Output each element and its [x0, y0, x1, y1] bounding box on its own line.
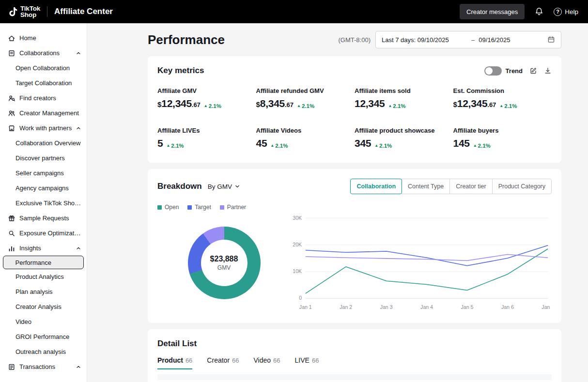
sidebar-item-exclusive-tiktok-shop[interactable]: Exclusive TikTok Shop ... [0, 196, 87, 211]
sidebar-item-label: GROI Performance [15, 333, 82, 340]
breakdown-tab-content-type[interactable]: Content Type [402, 179, 450, 194]
metric-value-main: 345 [355, 138, 371, 149]
tiktok-note-icon [7, 6, 18, 17]
sidebar-item-label: Agency campaigns [15, 184, 82, 192]
sidebar-item-label: Insights [19, 244, 75, 252]
breakdown-by-select[interactable]: By GMV [208, 183, 241, 190]
sidebar-item-creator-analysis[interactable]: Creator Analysis [0, 299, 87, 314]
sample-requests-icon [8, 214, 15, 222]
x-axis-tick: Jan 3 [380, 304, 393, 310]
metric-value-main: 12,345 [355, 98, 385, 109]
detail-list-card: Detail List Product66Creator66Video66LIV… [148, 329, 561, 382]
key-metrics-actions: Trend [484, 66, 552, 76]
sidebar-item-creator-management[interactable]: Creator Management [0, 106, 87, 121]
sidebar-item-home[interactable]: Home [0, 31, 87, 46]
chevron-down-icon [234, 183, 241, 190]
detail-tab-label: Product [157, 356, 183, 364]
breakdown-by-label: By GMV [208, 183, 232, 190]
breakdown-tab-creator-tier[interactable]: Creator tier [449, 179, 493, 194]
sidebar-item-insights[interactable]: Insights [0, 241, 87, 256]
trend-toggle[interactable] [484, 66, 502, 76]
chevron-up-icon [75, 245, 82, 252]
trend-toggle-label: Trend [506, 67, 523, 75]
sidebar-item-label: Sample Requests [19, 214, 82, 222]
breakdown-tab-product-category[interactable]: Product Category [492, 179, 552, 194]
sidebar-item-label: Find creators [19, 94, 82, 102]
detail-tab-product[interactable]: Product66 [157, 356, 192, 369]
timezone-label: (GMT-8:00) [339, 36, 371, 44]
help-button[interactable]: ? Help [554, 8, 578, 16]
sidebar-item-label: Open Collaboration [15, 64, 82, 72]
breakdown-tab-collaboration[interactable]: Collaboration [350, 179, 402, 194]
detail-list-title: Detail List [157, 339, 552, 349]
chevron-up-icon [75, 50, 82, 57]
top-bar: TikTok Shop Affiliate Center Creator mes… [0, 0, 588, 23]
sidebar-item-performance[interactable]: Performance [3, 256, 84, 269]
sidebar-item-collaboration-overview[interactable]: Collaboration Overview [0, 136, 87, 151]
legend-item-open: Open [157, 204, 179, 211]
tiktok-shop-logo[interactable]: TikTok Shop [7, 5, 40, 18]
creator-messages-button[interactable]: Creator messages [460, 4, 525, 19]
sidebar-item-open-collaboration[interactable]: Open Collaboration [0, 61, 87, 76]
sidebar-item-label: Product Analytics [15, 273, 82, 280]
metric-value-decimals: .67 [487, 101, 496, 108]
sidebar-item-collaborations[interactable]: Collaborations [0, 46, 87, 61]
sidebar-item-seller-campaigns[interactable]: Seller campaigns [0, 166, 87, 181]
y-axis-tick: 20K [293, 242, 302, 247]
metric-change-value: 2.1% [302, 103, 314, 109]
trend-up-icon: ▲ [499, 104, 503, 108]
sidebar-item-find-creators[interactable]: Find creators [0, 91, 87, 106]
sidebar-item-product-analytics[interactable]: Product Analytics [0, 269, 87, 284]
transactions-icon [8, 363, 15, 371]
sidebar-item-label: Collaborations [19, 49, 75, 57]
notification-bell-icon[interactable] [534, 7, 544, 16]
legend-swatch [187, 205, 192, 210]
logo-text: TikTok Shop [20, 5, 40, 18]
metric-affiliate-product-showcase: Affiliate product showcase345▲2.1% [355, 127, 453, 149]
sidebar-item-target-collaboration[interactable]: Target Collaboration [0, 76, 87, 91]
legend-swatch [157, 205, 162, 210]
line-chart-wrap: 010K20K30KJan 1Jan 2Jan 3Jan 4Jan 5Jan 6… [291, 213, 552, 313]
donut-center-label: $23,888 GMV [201, 240, 248, 286]
help-icon: ? [554, 8, 562, 16]
sidebar-item-groi-performance[interactable]: GROI Performance [0, 329, 87, 344]
key-metrics-grid: Affiliate GMV$12,345.67▲2.1%Affiliate re… [157, 87, 552, 149]
app-root: TikTok Shop Affiliate Center Creator mes… [0, 0, 588, 382]
metric-affiliate-gmv: Affiliate GMV$12,345.67▲2.1% [157, 87, 256, 109]
detail-tab-video[interactable]: Video66 [254, 356, 280, 369]
metric-change: ▲2.1% [499, 103, 517, 109]
detail-tab-creator[interactable]: Creator66 [207, 356, 239, 369]
metric-label: Affiliate product showcase [355, 127, 453, 134]
sidebar-item-outreach-analysis[interactable]: Outreach analysis [0, 344, 87, 359]
sidebar-item-agency-campaigns[interactable]: Agency campaigns [0, 181, 87, 196]
detail-tab-live[interactable]: LIVE66 [295, 356, 319, 369]
metric-label: Affiliate Videos [256, 127, 355, 134]
date-range-picker[interactable]: Last 7 days: 09/10/2025 – 09/16/2025 [375, 31, 561, 48]
sidebar-item-plan-analysis[interactable]: Plan analysis [0, 284, 87, 299]
detail-tab-count: 66 [232, 357, 239, 364]
trend-up-icon: ▲ [270, 144, 274, 148]
line-chart: 010K20K30KJan 1Jan 2Jan 3Jan 4Jan 5Jan 6… [291, 213, 552, 313]
metric-value: 145▲2.1% [453, 138, 552, 149]
metric-value: 12,345▲2.1% [355, 98, 453, 109]
metric-affiliate-refunded-gmv: Affiliate refunded GMV$8,345.67▲2.1% [256, 87, 355, 109]
sidebar-item-label: Collaboration Overview [15, 139, 82, 147]
metric-value-main: 145 [453, 138, 470, 149]
x-axis-tick: Jan 1 [299, 304, 312, 310]
metric-affiliate-lives: Affiliate LIVEs5▲2.1% [157, 127, 256, 149]
x-axis-tick: Jan 4 [420, 304, 433, 310]
edit-icon[interactable] [529, 67, 537, 75]
toggle-knob [485, 67, 493, 75]
sidebar-item-work-with-partners[interactable]: Work with partners [0, 121, 87, 136]
sidebar-item-sample-requests[interactable]: Sample Requests [0, 211, 87, 226]
x-axis-tick: Jan 2 [340, 304, 352, 310]
sidebar-item-discover-partners[interactable]: Discover partners [0, 151, 87, 166]
sidebar-item-label: Plan analysis [15, 288, 82, 295]
metric-value-main: 12,345 [161, 98, 191, 109]
sidebar-item-transactions[interactable]: Transactions [0, 359, 87, 374]
sidebar-item-video[interactable]: Video [0, 314, 87, 329]
legend-label: Open [165, 204, 179, 211]
sidebar-item-exposure-optimization[interactable]: Exposure Optimization [0, 226, 87, 241]
trend-up-icon: ▲ [473, 144, 477, 148]
download-icon[interactable] [544, 67, 552, 75]
